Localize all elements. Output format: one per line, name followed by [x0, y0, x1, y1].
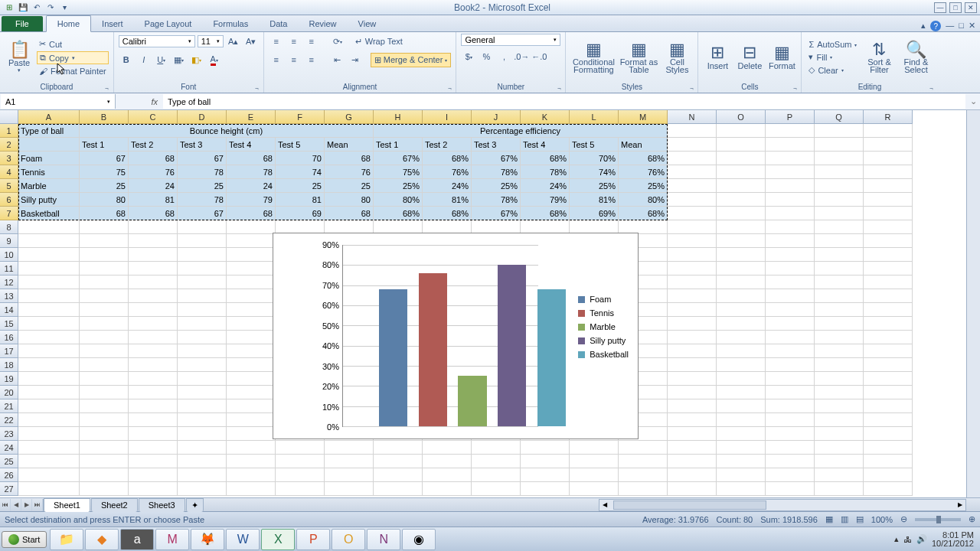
- cell[interactable]: 67: [80, 152, 129, 165]
- cell[interactable]: [18, 262, 80, 276]
- tab-view[interactable]: View: [348, 16, 387, 31]
- cell[interactable]: Test 2: [129, 138, 178, 152]
- cell[interactable]: [815, 482, 864, 496]
- window-minimize-icon[interactable]: —: [946, 21, 954, 31]
- cell[interactable]: 67: [178, 207, 227, 220]
- cell[interactable]: [423, 441, 472, 455]
- cell[interactable]: [472, 482, 521, 496]
- cell[interactable]: [668, 344, 717, 358]
- cell[interactable]: [668, 248, 717, 262]
- cell[interactable]: [276, 468, 325, 482]
- sheet-tab[interactable]: Sheet1: [44, 498, 90, 512]
- row-header-4[interactable]: 4: [0, 165, 18, 179]
- cell[interactable]: [227, 220, 276, 234]
- cell[interactable]: [815, 427, 864, 441]
- cell[interactable]: [129, 331, 178, 344]
- cell[interactable]: [178, 344, 227, 358]
- cell[interactable]: [717, 124, 766, 138]
- cell[interactable]: [521, 441, 570, 455]
- underline-button[interactable]: U▾: [154, 52, 169, 67]
- cell[interactable]: [668, 317, 717, 331]
- cell[interactable]: [864, 427, 913, 441]
- cell[interactable]: [521, 468, 570, 482]
- cell[interactable]: [668, 179, 717, 193]
- cell[interactable]: [864, 289, 913, 303]
- cell[interactable]: [178, 455, 227, 468]
- cell[interactable]: [717, 289, 766, 303]
- cell[interactable]: [276, 455, 325, 468]
- cell[interactable]: 76: [325, 165, 374, 179]
- cell[interactable]: [766, 179, 815, 193]
- cell[interactable]: [129, 358, 178, 372]
- cell[interactable]: [717, 399, 766, 413]
- name-box[interactable]: A1▾: [1, 94, 116, 109]
- cell[interactable]: [668, 468, 717, 482]
- cell[interactable]: [815, 468, 864, 482]
- row-header-17[interactable]: 17: [0, 344, 18, 358]
- cell[interactable]: [18, 344, 80, 358]
- cell[interactable]: [18, 289, 80, 303]
- row-header-11[interactable]: 11: [0, 262, 18, 276]
- cell[interactable]: [80, 331, 129, 344]
- cell[interactable]: 25: [80, 179, 129, 193]
- cell[interactable]: [766, 124, 815, 138]
- cell[interactable]: 78%: [472, 193, 521, 207]
- cell[interactable]: [178, 468, 227, 482]
- row-header-24[interactable]: 24: [0, 441, 18, 455]
- cell[interactable]: [18, 276, 80, 289]
- cell[interactable]: [619, 441, 668, 455]
- cell[interactable]: 67: [178, 152, 227, 165]
- help-icon[interactable]: ?: [930, 21, 941, 31]
- row-header-19[interactable]: 19: [0, 372, 18, 386]
- cell[interactable]: [766, 413, 815, 427]
- currency-icon[interactable]: $▾: [461, 49, 476, 64]
- sheet-nav-last-icon[interactable]: ⏭: [32, 499, 43, 511]
- cell[interactable]: [668, 276, 717, 289]
- cell[interactable]: [18, 482, 80, 496]
- fill-button[interactable]: ▾Fill▾: [806, 51, 859, 63]
- row-header-15[interactable]: 15: [0, 317, 18, 331]
- cell[interactable]: 70%: [570, 152, 619, 165]
- cell[interactable]: 25: [178, 179, 227, 193]
- col-header-H[interactable]: H: [374, 110, 423, 124]
- cell[interactable]: [717, 468, 766, 482]
- cell[interactable]: Bounce height (cm): [80, 124, 374, 138]
- cell[interactable]: [815, 399, 864, 413]
- align-bottom-icon[interactable]: ≡: [304, 34, 319, 49]
- cell[interactable]: [472, 441, 521, 455]
- cell[interactable]: [766, 262, 815, 276]
- cell[interactable]: 80%: [374, 193, 423, 207]
- align-center-icon[interactable]: ≡: [286, 52, 302, 67]
- col-header-N[interactable]: N: [668, 110, 717, 124]
- align-top-icon[interactable]: ≡: [269, 34, 284, 49]
- cell[interactable]: 25: [276, 179, 325, 193]
- task-chrome[interactable]: ◉: [402, 529, 436, 550]
- cell-styles-button[interactable]: ▦Cell Styles: [661, 34, 693, 80]
- cell[interactable]: [178, 248, 227, 262]
- cell[interactable]: [766, 248, 815, 262]
- cell[interactable]: [18, 386, 80, 399]
- cell[interactable]: [717, 482, 766, 496]
- cell[interactable]: [374, 468, 423, 482]
- cell[interactable]: [668, 427, 717, 441]
- cell[interactable]: [766, 468, 815, 482]
- cell[interactable]: [717, 344, 766, 358]
- decrease-decimal-icon[interactable]: ←.0: [531, 49, 547, 64]
- cell[interactable]: [227, 468, 276, 482]
- cell[interactable]: [766, 165, 815, 179]
- cell[interactable]: [129, 372, 178, 386]
- cell[interactable]: [717, 413, 766, 427]
- cell[interactable]: [80, 220, 129, 234]
- cell[interactable]: [619, 482, 668, 496]
- cell[interactable]: 67%: [472, 207, 521, 220]
- cell[interactable]: [766, 138, 815, 152]
- cell[interactable]: [815, 138, 864, 152]
- cell[interactable]: [129, 234, 178, 248]
- cell[interactable]: [864, 331, 913, 344]
- cell[interactable]: [129, 399, 178, 413]
- cell[interactable]: [178, 317, 227, 331]
- task-word[interactable]: W: [226, 529, 260, 550]
- cell[interactable]: [227, 289, 276, 303]
- cell[interactable]: [18, 399, 80, 413]
- row-header-20[interactable]: 20: [0, 386, 18, 399]
